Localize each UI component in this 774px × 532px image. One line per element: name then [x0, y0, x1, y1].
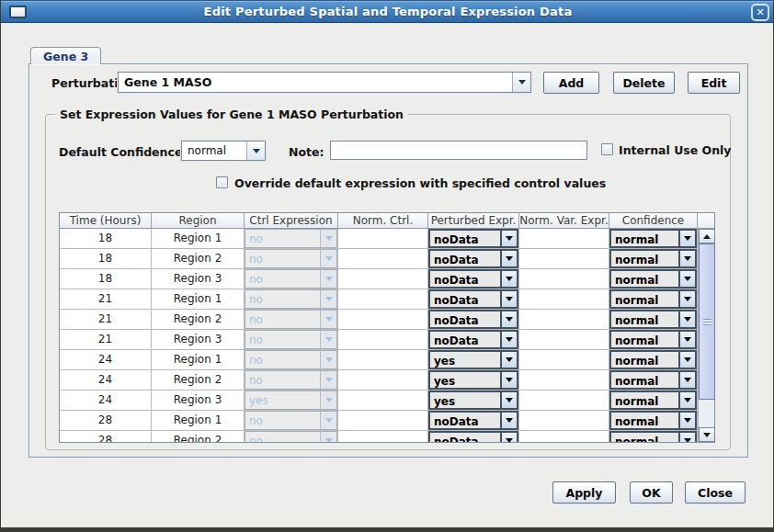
cell-norm-ctrl[interactable] — [338, 370, 428, 391]
column-header[interactable]: Norm. Var. Expr. — [519, 213, 609, 229]
cell-time[interactable]: 21 — [60, 289, 152, 310]
perturbed-expr-combobox[interactable]: yes — [428, 370, 518, 390]
cell-time[interactable]: 21 — [60, 310, 152, 330]
perturbed-expr-combobox[interactable]: yes — [428, 391, 518, 410]
cell-perturbed-expr: noData — [428, 249, 519, 269]
ctrl-expression-combobox: no — [245, 411, 337, 430]
cell-perturbed-expr: yes — [428, 370, 519, 391]
apply-button[interactable]: Apply — [552, 481, 616, 504]
cell-time[interactable]: 28 — [60, 411, 152, 431]
cell-region[interactable]: Region 2 — [152, 310, 245, 330]
cell-norm-ctrl[interactable] — [338, 330, 428, 350]
edit-button[interactable]: Edit — [688, 72, 740, 94]
cell-norm-var-expr[interactable] — [519, 330, 609, 350]
internal-use-only-checkbox[interactable] — [601, 143, 613, 155]
cell-norm-ctrl[interactable] — [338, 411, 428, 431]
confidence-combobox[interactable]: normal — [609, 269, 697, 289]
column-header[interactable]: Norm. Ctrl. — [338, 213, 428, 229]
cell-norm-ctrl[interactable] — [338, 310, 428, 330]
add-button[interactable]: Add — [543, 72, 599, 94]
cell-time[interactable]: 24 — [60, 350, 152, 370]
perturbed-expr-combobox[interactable]: noData — [428, 411, 518, 430]
perturbed-expr-combobox[interactable]: noData — [428, 289, 518, 309]
cell-norm-ctrl[interactable] — [338, 229, 428, 249]
cell-region[interactable]: Region 1 — [152, 411, 245, 431]
cell-norm-var-expr[interactable] — [519, 289, 609, 310]
cell-ctrl-expression: no — [245, 370, 338, 391]
close-button[interactable]: Close — [685, 481, 746, 504]
confidence-combobox[interactable]: normal — [609, 249, 697, 268]
cell-region[interactable]: Region 3 — [152, 269, 245, 289]
column-header[interactable]: Confidence — [609, 213, 698, 229]
scrollbar-thumb[interactable] — [699, 243, 715, 400]
cell-region[interactable]: Region 2 — [152, 370, 245, 391]
cell-time[interactable]: 28 — [60, 431, 152, 442]
close-window-button[interactable]: ✕ — [751, 4, 769, 21]
cell-time[interactable]: 24 — [60, 391, 152, 411]
perturbation-combobox[interactable]: Gene 1 MASO — [118, 72, 531, 93]
tab-gene-3[interactable]: Gene 3 — [30, 47, 101, 64]
override-checkbox[interactable] — [216, 176, 228, 188]
cell-norm-ctrl[interactable] — [338, 249, 428, 269]
cell-norm-var-expr[interactable] — [519, 431, 609, 442]
note-input[interactable] — [330, 141, 587, 160]
vertical-scrollbar[interactable] — [698, 229, 714, 442]
column-header[interactable]: Time (Hours) — [60, 213, 152, 229]
cell-region[interactable]: Region 2 — [152, 249, 245, 269]
chevron-down-icon — [320, 290, 336, 308]
cell-norm-var-expr[interactable] — [519, 391, 609, 411]
confidence-combobox[interactable]: normal — [609, 350, 697, 369]
perturbed-expr-combobox[interactable]: noData — [428, 249, 518, 268]
cell-norm-ctrl[interactable] — [338, 289, 428, 310]
confidence-combobox[interactable]: normal — [609, 431, 697, 442]
chevron-down-icon — [500, 311, 517, 327]
perturbed-expr-combobox[interactable]: noData — [428, 431, 518, 442]
confidence-combobox[interactable]: normal — [609, 229, 697, 248]
confidence-combobox[interactable]: normal — [609, 411, 697, 430]
column-header[interactable]: Region — [152, 213, 245, 229]
perturbed-expr-value: noData — [430, 231, 500, 246]
column-header[interactable]: Perturbed Expr. — [428, 213, 519, 229]
perturbed-expr-combobox[interactable]: noData — [428, 229, 518, 248]
column-header[interactable]: Ctrl Expression — [245, 213, 338, 229]
perturbed-expr-combobox[interactable]: noData — [428, 330, 518, 349]
arrow-up-icon — [703, 234, 711, 239]
cell-norm-var-expr[interactable] — [519, 249, 609, 269]
cell-region[interactable]: Region 1 — [152, 229, 245, 249]
cell-norm-var-expr[interactable] — [519, 350, 609, 370]
cell-time[interactable]: 18 — [60, 249, 152, 269]
perturbed-expr-combobox[interactable]: yes — [428, 350, 518, 369]
delete-button[interactable]: Delete — [613, 72, 675, 94]
cell-time[interactable]: 24 — [60, 370, 152, 391]
cell-norm-var-expr[interactable] — [519, 229, 609, 249]
cell-region[interactable]: Region 3 — [152, 391, 245, 411]
cell-norm-ctrl[interactable] — [338, 350, 428, 370]
scroll-up-button[interactable] — [699, 229, 715, 243]
cell-time[interactable]: 18 — [60, 269, 152, 289]
confidence-combobox[interactable]: normal — [609, 289, 697, 309]
cell-norm-var-expr[interactable] — [519, 310, 609, 330]
cell-region[interactable]: Region 1 — [152, 289, 245, 310]
cell-norm-var-expr[interactable] — [519, 411, 609, 431]
cell-region[interactable]: Region 2 — [152, 431, 245, 442]
cell-norm-var-expr[interactable] — [519, 370, 609, 391]
confidence-combobox[interactable]: normal — [609, 330, 697, 349]
confidence-combobox[interactable]: normal — [609, 391, 697, 410]
ok-button[interactable]: OK — [630, 481, 673, 504]
default-confidence-label: Default Confidence: — [59, 145, 187, 159]
cell-norm-ctrl[interactable] — [338, 391, 428, 411]
ctrl-expression-value: no — [245, 250, 320, 267]
default-confidence-combobox[interactable]: normal — [181, 141, 266, 161]
cell-time[interactable]: 21 — [60, 330, 152, 350]
confidence-combobox[interactable]: normal — [609, 370, 697, 390]
cell-norm-ctrl[interactable] — [338, 269, 428, 289]
confidence-combobox[interactable]: normal — [609, 310, 697, 329]
cell-region[interactable]: Region 1 — [152, 350, 245, 370]
cell-time[interactable]: 18 — [60, 229, 152, 249]
scroll-down-button[interactable] — [699, 427, 715, 442]
cell-norm-ctrl[interactable] — [338, 431, 428, 442]
cell-region[interactable]: Region 3 — [152, 330, 245, 350]
perturbed-expr-combobox[interactable]: noData — [428, 310, 518, 329]
cell-norm-var-expr[interactable] — [519, 269, 609, 289]
perturbed-expr-combobox[interactable]: noData — [428, 269, 518, 289]
